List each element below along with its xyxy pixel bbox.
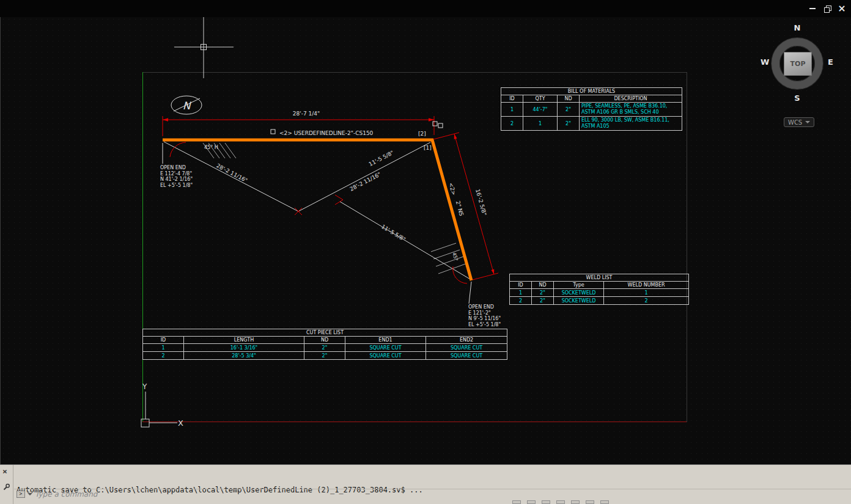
table-row: 1 44'-7" 2" PIPE, SEAMLESS, PE, ASME B36… (501, 103, 682, 117)
table-title-row: WELD LIST (510, 274, 689, 282)
cell: 2 (604, 297, 689, 305)
status-segment[interactable] (586, 500, 594, 504)
cell: 1 (510, 289, 532, 297)
header-cell: DESCRIPTION (580, 95, 682, 103)
pipe-line-label: <2> USERDEFINEDLINE-2"-CS150 (279, 130, 374, 136)
command-sidebar: × (0, 465, 13, 504)
svg-text:OPEN END: OPEN END (468, 304, 494, 310)
cell: 2 (501, 117, 523, 131)
north-symbol-label: N (183, 100, 192, 112)
restore-button[interactable] (822, 3, 833, 14)
cell: PIPE, SEAMLESS, PE, ASME B36.10, ASTM A1… (580, 103, 682, 117)
cell: 28'-5 3/4" (184, 352, 304, 360)
pipe-run[interactable] (163, 140, 471, 280)
iso-drawing: N (1, 0, 851, 464)
status-segment[interactable] (600, 500, 609, 504)
cell: SQUARE CUT (345, 352, 426, 360)
ucs-x-label: X (178, 418, 183, 428)
ucs-y-label: Y (142, 382, 147, 391)
header-cell: ID (143, 337, 184, 344)
cell: SOCKETWELD (554, 297, 604, 305)
svg-text:E 121'-2": E 121'-2" (468, 310, 491, 316)
cell: 1 (501, 103, 523, 117)
header-cell: LENGTH (184, 337, 304, 344)
header-cell: WELD NUMBER (604, 282, 689, 289)
minimize-icon (809, 8, 816, 9)
table-header-row: ID LENGTH ND END1 END2 (143, 337, 507, 344)
svg-text:N 41'-2 1/16": N 41'-2 1/16" (160, 177, 193, 182)
cell: 2 (143, 352, 184, 360)
ucs-icon: Y X (141, 382, 183, 428)
open-end-left-callout: OPEN END E 112'-4 7/8" N 41'-2 1/16" EL … (160, 165, 193, 188)
svg-text:EL +5'-5 1/8": EL +5'-5 1/8" (160, 183, 193, 188)
cell: 1 (143, 344, 184, 352)
app-window: N (0, 0, 851, 504)
bom-table: BILL OF MATERIALS ID QTY ND DESCRIPTION … (501, 87, 682, 131)
command-panel: × Automatic save to C:\Users\lchen\appda… (0, 464, 851, 504)
table-row: 1 2" SOCKETWELD 1 (510, 289, 689, 297)
viewcube[interactable]: TOP N S W E (759, 24, 835, 104)
command-prompt-icon[interactable]: > (17, 491, 25, 498)
cell: 16'-1 3/16" (184, 344, 304, 352)
angle-right-label: 45° (451, 252, 459, 261)
table-title-row: BILL OF MATERIALS (501, 88, 682, 95)
dim-top-label: 28'-7 1/4" (293, 111, 320, 117)
header-cell: ID (501, 95, 523, 103)
cell: 2" (532, 289, 554, 297)
table-header-row: ID ND Type WELD NUMBER (510, 282, 689, 289)
customize-button[interactable] (2, 482, 10, 494)
crosshair-cursor (174, 17, 234, 78)
cell: SQUARE CUT (426, 344, 507, 352)
status-segment[interactable] (542, 500, 550, 504)
weld-list-table: WELD LIST ID ND Type WELD NUMBER 1 2" SO… (509, 274, 689, 305)
viewcube-face-top[interactable]: TOP (784, 52, 812, 76)
cell: SQUARE CUT (345, 344, 426, 352)
chevron-down-icon[interactable] (28, 493, 32, 495)
cell: 1 (604, 289, 689, 297)
pipe2-size-label: 2" NS (455, 200, 465, 217)
angle-left-label: 45° H (204, 145, 218, 150)
cell: SOCKETWELD (554, 289, 604, 297)
status-segment[interactable] (512, 500, 521, 504)
status-segment[interactable] (527, 500, 536, 504)
viewcube-west[interactable]: W (761, 57, 769, 67)
viewcube-north[interactable]: N (794, 23, 801, 32)
pipe2-tag-label: <2> (448, 182, 457, 196)
minimize-button[interactable] (807, 3, 818, 14)
cell: 2" (558, 117, 580, 131)
header-cell: ND (558, 95, 580, 103)
marker-2-label: [2] (418, 131, 426, 137)
table-row: 2 28'-5 3/4" 2" SQUARE CUT SQUARE CUT (143, 352, 507, 360)
header-cell: ID (510, 282, 532, 289)
cut-list-title: CUT PIECE LIST (143, 329, 507, 337)
dim-diag-c-label: 11'-5 5/8" (380, 224, 407, 243)
cell: SQUARE CUT (426, 352, 507, 360)
status-segment[interactable] (571, 500, 580, 504)
status-segment[interactable] (556, 500, 565, 504)
dimension-chain-lines (163, 142, 471, 304)
command-input[interactable] (35, 490, 851, 499)
cell: 44'-7" (523, 103, 558, 117)
cell: 2 (510, 297, 532, 305)
viewcube-east[interactable]: E (828, 57, 833, 67)
table-header-row: ID QTY ND DESCRIPTION (501, 95, 682, 103)
table-row: 1 16'-1 3/16" 2" SQUARE CUT SQUARE CUT (143, 344, 507, 352)
wcs-selector[interactable]: WCS (784, 117, 814, 127)
titlebar[interactable]: × (0, 0, 851, 17)
dim-diag-a-label: 28'-2 11/16" (215, 163, 248, 184)
close-command-window-button[interactable]: × (2, 467, 7, 476)
table-row: 2 2" SOCKETWELD 2 (510, 297, 689, 305)
open-end-bottom-callout: OPEN END E 121'-2" N 9'-5 11/16" EL +5'-… (468, 304, 501, 327)
dimension-arrowheads (163, 118, 494, 274)
viewcube-south[interactable]: S (794, 93, 800, 103)
svg-text:N 9'-5 11/16": N 9'-5 11/16" (468, 316, 501, 321)
drawing-canvas[interactable]: N (0, 0, 851, 464)
table-row: 2 1 2" ELL 90, 3000 LB, SW, ASME B16.11,… (501, 117, 682, 131)
north-arrow-symbol: N (171, 96, 202, 114)
marker-1-label: [1] (424, 145, 432, 151)
wrench-icon (2, 483, 10, 491)
header-cell: QTY (523, 95, 558, 103)
svg-text:OPEN END: OPEN END (160, 165, 186, 170)
close-button[interactable]: × (836, 3, 847, 14)
dim-diag-b2-label: 28'-2 11/16" (349, 171, 382, 192)
